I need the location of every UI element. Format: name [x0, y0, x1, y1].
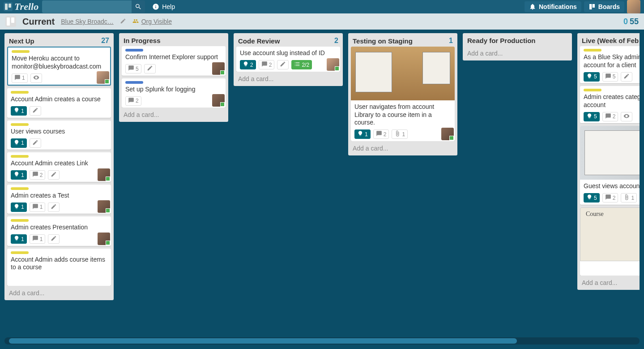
list-header[interactable]: Testing on Staging 1	[348, 33, 457, 47]
member-avatar[interactable]	[441, 128, 454, 140]
member-avatar[interactable]	[212, 62, 225, 75]
comments-badge: 2	[30, 170, 46, 180]
attachments-badge-icon	[394, 130, 401, 138]
list: Ready for Production Add a card...	[463, 33, 572, 60]
votes-badge: 5	[584, 112, 600, 121]
list-name: In Progress	[124, 37, 161, 44]
list-count: 1	[449, 37, 453, 45]
votes-badge: 1	[11, 170, 27, 180]
card-title: User views courses	[11, 128, 107, 136]
card[interactable]: Account Admin adds course items to a cou…	[7, 249, 111, 286]
card[interactable]: Use account slug instead of ID222/2	[236, 47, 340, 72]
member-avatar[interactable]	[98, 200, 110, 213]
add-card-button[interactable]: Add a card...	[119, 108, 228, 122]
label-ly	[11, 187, 29, 190]
edit-badge-icon	[51, 235, 57, 243]
votes-badge: 1	[11, 106, 27, 116]
member-avatar[interactable]	[98, 168, 110, 181]
card[interactable]: User views courses1	[7, 121, 111, 150]
card[interactable]: Account Admin creates a course1	[7, 88, 111, 118]
card[interactable]: As a Blue Sky admin, I create an account…	[580, 46, 640, 83]
logo-icon	[4, 2, 13, 11]
watch-badge-icon	[33, 74, 39, 82]
card-badges: 12	[11, 170, 107, 180]
comments-badge-icon	[605, 73, 611, 81]
comments-badge-count: 1	[40, 204, 43, 210]
card[interactable]: Guest views account library521	[580, 126, 640, 205]
visibility-button[interactable]: Org Visible	[132, 18, 172, 26]
card[interactable]: Admin creates Presentation11	[7, 216, 111, 246]
card[interactable]: User navigates from account Library to a…	[351, 47, 455, 141]
card[interactable]: Account Admin creates Link12	[7, 152, 111, 182]
add-card-button[interactable]: Add a card...	[4, 286, 114, 300]
horizontal-scrollbar[interactable]	[4, 337, 640, 345]
card[interactable]: Move Heroku account to monitor@blueskybr…	[7, 47, 111, 86]
member-avatar[interactable]	[212, 94, 225, 107]
votes-badge: 1	[11, 234, 27, 244]
member-avatar[interactable]	[97, 71, 109, 84]
search-button[interactable]	[132, 0, 145, 13]
card[interactable]	[580, 207, 640, 276]
watch-badge	[621, 112, 632, 121]
edit-badge-icon	[32, 107, 38, 115]
member-avatar[interactable]	[327, 58, 339, 71]
comments-badge: 2	[259, 60, 275, 69]
edit-badge	[48, 234, 60, 244]
member-avatar[interactable]	[98, 233, 110, 245]
comments-badge-count: 2	[269, 62, 272, 68]
list-header[interactable]: In Progress	[119, 33, 228, 46]
org-link[interactable]: Blue Sky Broadc…	[61, 18, 114, 25]
card-badges: 1	[11, 106, 107, 116]
comments-badge: 2	[125, 96, 141, 106]
board-counts: 0 55	[623, 17, 639, 26]
votes-badge-count: 2	[250, 62, 253, 68]
list-header[interactable]: Live (Week of Feb 18)	[577, 33, 640, 46]
help-button[interactable]: Help	[149, 1, 179, 12]
comments-badge-icon	[32, 235, 38, 243]
attachments-badge: 1	[392, 129, 408, 139]
edit-badge	[30, 106, 41, 116]
list-header[interactable]: Ready for Production	[463, 33, 572, 46]
add-card-button[interactable]: Add a card...	[577, 276, 640, 290]
add-card-button[interactable]: Add a card...	[463, 46, 572, 60]
bell-icon	[529, 3, 536, 10]
comments-badge-icon	[261, 61, 268, 69]
comments-badge-count: 1	[40, 236, 43, 242]
card-title: Guest views account library	[584, 182, 640, 190]
card-cover-image	[351, 47, 455, 100]
notifications-label: Notifications	[539, 3, 577, 10]
search-input[interactable]	[42, 0, 132, 13]
user-avatar[interactable]	[627, 0, 640, 13]
votes-badge-icon	[13, 139, 20, 147]
votes-badge-count: 5	[594, 73, 597, 80]
boards-button[interactable]: Boards	[584, 1, 624, 12]
comments-badge-count: 2	[40, 172, 43, 178]
add-card-button[interactable]: Add a card...	[234, 72, 343, 86]
comments-badge-count: 1	[22, 75, 25, 81]
votes-badge: 1	[11, 203, 27, 212]
rename-board-button[interactable]	[120, 18, 126, 26]
list-header[interactable]: Next Up 27	[4, 33, 114, 47]
comments-badge: 1	[12, 73, 28, 83]
list: Testing on Staging 1 User navigates from…	[348, 33, 457, 155]
list-header[interactable]: Code Review 2	[234, 33, 343, 47]
comments-badge-icon	[14, 74, 21, 82]
label-ly	[11, 251, 29, 254]
card[interactable]: Admin creates a Test11	[7, 185, 111, 214]
votes-badge: 1	[11, 138, 27, 148]
edit-badge-icon	[147, 65, 153, 73]
edit-badge	[277, 60, 289, 69]
votes-badge: 5	[584, 193, 600, 203]
card[interactable]: Admin creates categories for account52	[580, 86, 640, 123]
votes-badge-icon	[586, 73, 593, 81]
trello-logo[interactable]: Trello	[4, 1, 38, 13]
card[interactable]: Confirm Internet Explorer support5	[122, 46, 226, 76]
add-card-button[interactable]: Add a card...	[348, 141, 457, 155]
votes-badge-icon	[13, 107, 20, 115]
card-badges: 222/2	[240, 60, 337, 70]
notifications-button[interactable]: Notifications	[525, 1, 581, 12]
card-badges: 11	[11, 234, 107, 244]
header-right: Notifications Boards	[525, 0, 640, 13]
votes-badge-icon	[13, 171, 20, 179]
card[interactable]: Set up Splunk for logging2	[122, 78, 226, 108]
